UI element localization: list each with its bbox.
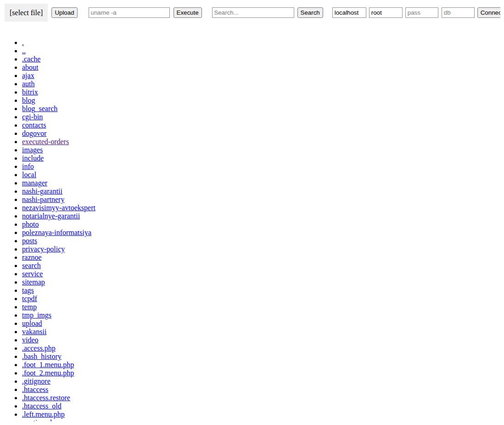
list-item: .htaccess_old — [22, 402, 500, 410]
db-name-input[interactable] — [442, 7, 475, 18]
file-link[interactable]: raznoe — [22, 253, 42, 261]
list-item: .cache — [22, 55, 500, 63]
file-link[interactable]: poleznaya-informatsiya — [22, 229, 91, 236]
list-item: upload — [22, 319, 500, 328]
file-link[interactable]: include — [22, 154, 44, 162]
file-link[interactable]: .htaccess.restore — [22, 394, 70, 402]
file-link[interactable]: .htaccess — [22, 386, 48, 393]
file-link[interactable]: .. — [22, 47, 26, 55]
file-link[interactable]: tcpdf — [22, 295, 37, 302]
list-item: nashi-partnery — [22, 196, 500, 204]
file-link[interactable]: nashi-partnery — [22, 196, 64, 203]
list-item: .section.php — [22, 419, 500, 421]
list-item: blog — [22, 96, 500, 105]
list-item: blog_search — [22, 105, 500, 113]
file-link[interactable]: photo — [22, 220, 39, 228]
file-link[interactable]: temp — [22, 303, 37, 311]
upload-button[interactable]: Upload — [51, 7, 77, 18]
file-link[interactable]: manager — [22, 179, 47, 187]
list-item: local — [22, 171, 500, 179]
file-link[interactable]: info — [22, 162, 34, 170]
list-item: video — [22, 336, 500, 344]
file-link[interactable]: .htaccess_old — [22, 402, 62, 410]
list-item: .foot_2.menu.php — [22, 369, 500, 377]
list-item: sitemap — [22, 278, 500, 286]
file-link[interactable]: local — [22, 171, 36, 179]
file-link[interactable]: search — [22, 262, 41, 269]
file-link[interactable]: cgi-bin — [22, 113, 43, 121]
file-link[interactable]: vakansii — [22, 328, 46, 336]
search-input[interactable] — [212, 7, 294, 18]
file-select-button[interactable]: [select file] — [5, 4, 48, 22]
file-link[interactable]: nezavisimyy-avtoekspert — [22, 204, 95, 212]
file-link[interactable]: video — [22, 336, 39, 344]
list-item: photo — [22, 220, 500, 229]
file-link[interactable]: executed-orders — [22, 138, 69, 145]
db-password-input[interactable] — [405, 7, 438, 18]
list-item: temp — [22, 303, 500, 311]
file-link[interactable]: dogovor — [22, 129, 46, 137]
list-item: privacy-policy — [22, 245, 500, 253]
list-item: manager — [22, 179, 500, 187]
file-link[interactable]: .cache — [22, 55, 40, 63]
list-item: auth — [22, 80, 500, 88]
file-link[interactable]: notarialnye-garantii — [22, 212, 80, 220]
file-link[interactable]: service — [22, 270, 43, 278]
toolbar: [select file] Upload Execute Search Conn… — [4, 4, 500, 22]
file-link[interactable]: images — [22, 146, 43, 154]
file-link[interactable]: sitemap — [22, 278, 45, 286]
connect-button[interactable]: Connect — [477, 7, 500, 18]
file-link[interactable]: .section.php — [22, 419, 57, 421]
db-host-input[interactable] — [332, 7, 366, 18]
list-item: tags — [22, 286, 500, 295]
file-link[interactable]: auth — [22, 80, 35, 88]
db-user-input[interactable] — [369, 7, 403, 18]
file-list: ....cacheaboutajaxauthbitrixblogblog_sea… — [4, 39, 500, 421]
list-item: . — [22, 39, 500, 47]
list-item: .htaccess.restore — [22, 394, 500, 402]
list-item: notarialnye-garantii — [22, 212, 500, 220]
list-item: .bash_history — [22, 352, 500, 361]
list-item: tcpdf — [22, 295, 500, 303]
list-item: about — [22, 63, 500, 72]
file-link[interactable]: upload — [22, 319, 42, 327]
file-link[interactable]: .gitignore — [22, 377, 50, 385]
list-item: nashi-garantii — [22, 187, 500, 196]
file-link[interactable]: tmp_imgs — [22, 311, 51, 319]
list-item: raznoe — [22, 253, 500, 262]
list-item: vakansii — [22, 328, 500, 336]
list-item: poleznaya-informatsiya — [22, 229, 500, 237]
list-item: .access.php — [22, 344, 500, 352]
list-item: info — [22, 162, 500, 171]
file-link[interactable]: .access.php — [22, 344, 56, 352]
file-link[interactable]: posts — [22, 237, 37, 245]
list-item: search — [22, 262, 500, 270]
list-item: .. — [22, 47, 500, 55]
list-item: dogovor — [22, 129, 500, 138]
command-input[interactable] — [89, 7, 170, 18]
file-link[interactable]: about — [22, 63, 39, 71]
file-link[interactable]: bitrix — [22, 88, 38, 96]
list-item: ajax — [22, 72, 500, 80]
list-item: tmp_imgs — [22, 311, 500, 319]
file-link[interactable]: .bash_history — [22, 352, 62, 360]
file-link[interactable]: privacy-policy — [22, 245, 65, 253]
search-button[interactable]: Search — [297, 7, 323, 18]
file-link[interactable]: tags — [22, 286, 34, 294]
list-item: images — [22, 146, 500, 154]
list-item: service — [22, 270, 500, 278]
file-link[interactable]: .foot_1.menu.php — [22, 361, 74, 369]
list-item: .foot_1.menu.php — [22, 361, 500, 369]
file-link[interactable]: nashi-garantii — [22, 187, 62, 195]
file-link[interactable]: blog_search — [22, 105, 57, 112]
list-item: nezavisimyy-avtoekspert — [22, 204, 500, 212]
file-link[interactable]: contacts — [22, 121, 46, 129]
file-link[interactable]: .left.menu.php — [22, 410, 65, 418]
execute-button[interactable]: Execute — [174, 7, 202, 18]
file-link[interactable]: ajax — [22, 72, 34, 79]
file-link[interactable]: . — [22, 39, 24, 46]
list-item: posts — [22, 237, 500, 245]
file-link[interactable]: blog — [22, 96, 35, 104]
list-item: .left.menu.php — [22, 410, 500, 419]
file-link[interactable]: .foot_2.menu.php — [22, 369, 74, 377]
